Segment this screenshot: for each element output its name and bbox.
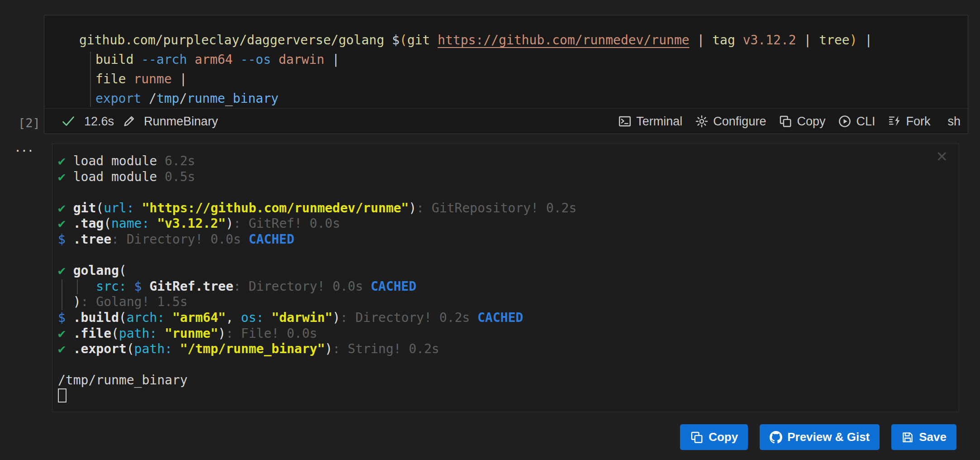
fork-button[interactable]: Fork	[888, 115, 930, 129]
language-label[interactable]: sh	[947, 115, 961, 129]
gear-icon	[695, 115, 709, 128]
text-segment: CACHED	[248, 232, 294, 247]
text-segment: runme	[187, 91, 225, 106]
save-button[interactable]: Save	[891, 424, 956, 450]
text-segment	[264, 310, 271, 325]
code-editor[interactable]: github.com/purpleclay/daggerverse/golang…	[44, 15, 968, 108]
text-segment: "https://github.com/runmedev/runme"	[142, 201, 409, 216]
output-line: $ .build(arch: "arm64", os: "darwin"): D…	[58, 310, 941, 326]
text-segment: |	[324, 52, 340, 67]
output-line: ✔ load module 0.5s	[58, 169, 941, 185]
text-segment: src:	[96, 279, 126, 294]
text-segment: )	[218, 326, 226, 341]
pencil-icon[interactable]	[122, 115, 136, 128]
text-segment: (	[400, 33, 407, 48]
text-segment: ✔	[58, 216, 73, 232]
terminal-cursor	[58, 388, 67, 402]
text-segment: : Directory! 0.0s	[111, 232, 248, 247]
text-segment	[134, 201, 142, 216]
text-segment: |	[690, 33, 713, 48]
text-segment: load module	[73, 169, 165, 184]
text-segment: )	[226, 216, 233, 231]
text-segment	[149, 216, 157, 231]
notebook-page: { "colors":{"accent_blue":"#0e70d4","suc…	[0, 0, 980, 460]
text-segment: ✔	[58, 341, 73, 357]
execution-duration: 12.6s	[84, 115, 114, 129]
copy-icon	[779, 115, 792, 128]
text-segment: (	[119, 310, 127, 325]
text-segment: ✔	[58, 201, 73, 216]
text-segment: ✔	[58, 169, 73, 185]
output-line: ✔ .tag(name: "v3.12.2"): GitRef! 0.0s	[58, 216, 941, 232]
text-segment: .tree	[73, 232, 111, 247]
execution-count: [2]	[18, 116, 40, 130]
output-toolbar: CopyPreview & GistSave	[680, 424, 956, 450]
text-segment: CACHED	[371, 279, 416, 294]
output-line: $ .tree: Directory! 0.0s CACHED	[58, 232, 941, 248]
text-segment: build	[95, 52, 141, 67]
text-segment	[271, 52, 279, 67]
code-line: file runme |	[79, 69, 968, 89]
text-segment: /	[149, 91, 157, 106]
text-segment: 0.5s	[165, 169, 195, 184]
code-line: build --arch arm64 --os darwin |	[79, 50, 968, 69]
cell-status-left: 12.6s RunmeBinary	[61, 114, 218, 129]
text-segment: : Directory! 0.2s	[340, 310, 477, 325]
text-segment: )	[73, 294, 81, 309]
output-line: ✔ git(url: "https://github.com/runmedev/…	[58, 201, 941, 216]
terminal-icon	[618, 115, 632, 128]
text-segment: $	[58, 232, 73, 248]
play-circle-icon	[838, 115, 852, 128]
action-label: Terminal	[636, 115, 682, 129]
text-segment: (	[119, 263, 127, 278]
text-segment: ✔	[58, 263, 73, 279]
action-label: Configure	[713, 115, 766, 129]
text-segment: tag	[712, 33, 742, 48]
text-segment: "runme"	[165, 326, 218, 341]
text-segment: .build	[73, 310, 119, 325]
text-segment: )	[325, 341, 333, 356]
github-icon	[770, 431, 782, 444]
terminal-button[interactable]: Terminal	[618, 115, 682, 129]
text-segment: )	[409, 201, 416, 216]
preview-gist-button[interactable]: Preview & Gist	[760, 424, 880, 450]
fork-icon	[888, 115, 901, 128]
text-segment: $	[58, 310, 73, 326]
text-segment: url:	[104, 201, 134, 216]
text-segment	[233, 52, 240, 67]
text-segment: .tag	[73, 216, 104, 231]
text-segment: "/tmp/runme_binary"	[180, 341, 325, 356]
text-segment	[157, 326, 165, 341]
text-segment: github.com/purpleclay/daggerverse/golang	[79, 33, 392, 48]
close-icon[interactable]: ✕	[936, 149, 948, 164]
check-icon	[61, 114, 76, 129]
text-segment: /	[179, 91, 187, 106]
text-segment	[187, 52, 195, 67]
text-segment	[58, 294, 73, 309]
kebab-menu-icon[interactable]: ···	[15, 142, 35, 159]
text-segment: path:	[119, 326, 157, 341]
copy-output-button[interactable]: Copy	[680, 424, 748, 450]
output-line: /tmp/runme_binary	[58, 373, 941, 388]
cli-button[interactable]: CLI	[838, 115, 875, 129]
button-label: Save	[919, 430, 947, 444]
text-segment	[172, 341, 180, 356]
code-line: github.com/purpleclay/daggerverse/golang…	[79, 30, 968, 50]
text-segment: v3.12.2	[743, 33, 796, 48]
output-line: ): Golang! 1.5s	[58, 294, 941, 310]
indent-guide	[90, 52, 91, 107]
text-segment: $	[392, 33, 400, 48]
copy-icon	[690, 431, 704, 444]
text-segment: .file	[73, 326, 111, 341]
text-segment: : GitRepository! 0.2s	[416, 201, 576, 216]
terminal-output[interactable]: ✔ load module 6.2s✔ load module 0.5s ✔ g…	[52, 144, 959, 412]
text-segment: ✔	[58, 153, 73, 169]
text-segment: export	[95, 91, 149, 106]
output-line	[58, 388, 941, 405]
copy-button[interactable]: Copy	[779, 115, 825, 129]
cell-name[interactable]: RunmeBinary	[144, 115, 218, 129]
configure-button[interactable]: Configure	[695, 115, 766, 129]
text-segment: darwin	[279, 52, 324, 67]
text-segment: ✔	[58, 326, 73, 342]
text-segment: : File! 0.0s	[226, 326, 317, 341]
